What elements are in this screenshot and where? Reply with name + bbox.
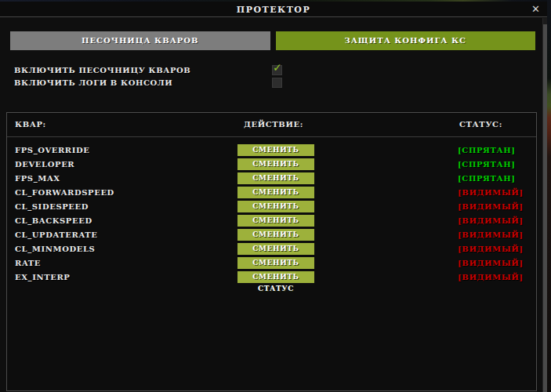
change-status-button[interactable]: СМЕНИТЬ СТАТУС bbox=[237, 243, 314, 255]
status-badge: [ВИДИМЫЙ] bbox=[458, 202, 524, 211]
cvar-name: CL_UPDATERATE bbox=[15, 230, 98, 239]
cvar-name: CL_FORWARDSPEED bbox=[15, 188, 114, 197]
protector-window: ПРОТЕКТОР ✕ ПЕСОЧНИЦА КВАРОВ ЗАЩИТА КОНФ… bbox=[0, 2, 547, 392]
table-body: FPS_OVERRIDEСМЕНИТЬ СТАТУС[СПРЯТАН]DEVEL… bbox=[7, 137, 536, 285]
table-row: CL_FORWARDSPEEDСМЕНИТЬ СТАТУС[ВИДИМЫЙ] bbox=[7, 186, 536, 200]
status-badge: [ВИДИМЫЙ] bbox=[458, 188, 524, 197]
change-status-button[interactable]: СМЕНИТЬ СТАТУС bbox=[237, 187, 314, 198]
table-row: CL_UPDATERATEСМЕНИТЬ СТАТУС[ВИДИМЫЙ] bbox=[7, 228, 536, 242]
table-row: DEVELOPERСМЕНИТЬ СТАТУС[СПРЯТАН] bbox=[7, 158, 536, 172]
status-badge: [ВИДИМЫЙ] bbox=[458, 259, 524, 267]
tab-config-protection[interactable]: ЗАЩИТА КОНФИГА КС bbox=[276, 31, 536, 50]
change-status-button[interactable]: СМЕНИТЬ СТАТУС bbox=[237, 215, 314, 227]
titlebar: ПРОТЕКТОР ✕ bbox=[0, 2, 547, 17]
cvar-name: CL_BACKSPEED bbox=[15, 216, 92, 225]
status-badge: [СПРЯТАН] bbox=[458, 160, 516, 169]
close-icon[interactable]: ✕ bbox=[531, 3, 540, 16]
cvar-name: RATE bbox=[15, 259, 41, 267]
status-badge: [ВИДИМЫЙ] bbox=[458, 216, 524, 225]
status-badge: [СПРЯТАН] bbox=[458, 146, 516, 154]
status-badge: [СПРЯТАН] bbox=[458, 174, 516, 183]
change-status-button[interactable]: СМЕНИТЬ СТАТУС bbox=[237, 257, 314, 269]
cvar-table: КВАР: ДЕЙСТВИЕ: СТАТУС: FPS_OVERRIDEСМЕН… bbox=[6, 112, 537, 391]
checkbox-unchecked[interactable] bbox=[272, 78, 282, 88]
table-row: FPS_OVERRIDEСМЕНИТЬ СТАТУС[СПРЯТАН] bbox=[7, 143, 536, 158]
change-status-button[interactable]: СМЕНИТЬ СТАТУС bbox=[237, 229, 314, 241]
tab-cvar-sandbox[interactable]: ПЕСОЧНИЦА КВАРОВ bbox=[10, 31, 270, 50]
table-row: CL_SIDESPEEDСМЕНИТЬ СТАТУС[ВИДИМЫЙ] bbox=[7, 200, 536, 214]
cvar-name: FPS_OVERRIDE bbox=[15, 146, 90, 154]
options-section: ВКЛЮЧИТЬ ПЕСОЧНИЦУ КВАРОВ✓ВКЛЮЧИТЬ ЛОГИ … bbox=[0, 65, 542, 90]
scrollbar[interactable] bbox=[542, 18, 547, 392]
tab-bar: ПЕСОЧНИЦА КВАРОВ ЗАЩИТА КОНФИГА КС bbox=[10, 31, 535, 50]
table-row: FPS_MAXСМЕНИТЬ СТАТУС[СПРЯТАН] bbox=[7, 172, 536, 186]
cvar-name: EX_INTERP bbox=[15, 273, 71, 281]
option-label: ВКЛЮЧИТЬ ЛОГИ В КОНСОЛИ bbox=[14, 78, 172, 87]
cvar-name: CL_SIDESPEED bbox=[15, 202, 89, 211]
change-status-button[interactable]: СМЕНИТЬ СТАТУС bbox=[237, 201, 314, 212]
header-action: ДЕЙСТВИЕ: bbox=[244, 120, 303, 129]
change-status-button[interactable]: СМЕНИТЬ СТАТУС bbox=[237, 172, 314, 184]
option-row: ВКЛЮЧИТЬ ЛОГИ В КОНСОЛИ bbox=[0, 78, 542, 90]
table-header: КВАР: ДЕЙСТВИЕ: СТАТУС: bbox=[7, 113, 536, 137]
table-row: EX_INTERPСМЕНИТЬ СТАТУС[ВИДИМЫЙ] bbox=[7, 270, 536, 285]
cvar-name: CL_MINMODELS bbox=[15, 245, 95, 253]
option-row: ВКЛЮЧИТЬ ПЕСОЧНИЦУ КВАРОВ✓ bbox=[0, 65, 542, 78]
checkmark-icon: ✓ bbox=[273, 61, 282, 74]
change-status-button[interactable]: СМЕНИТЬ СТАТУС bbox=[237, 271, 314, 283]
header-cvar: КВАР: bbox=[15, 120, 46, 129]
table-row: CL_BACKSPEEDСМЕНИТЬ СТАТУС[ВИДИМЫЙ] bbox=[7, 214, 536, 228]
status-badge: [ВИДИМЫЙ] bbox=[458, 230, 524, 239]
cvar-name: DEVELOPER bbox=[15, 160, 74, 169]
status-badge: [ВИДИМЫЙ] bbox=[458, 245, 524, 253]
header-status: СТАТУС: bbox=[459, 120, 502, 129]
change-status-button[interactable]: СМЕНИТЬ СТАТУС bbox=[237, 158, 314, 170]
scrollbar-thumb[interactable] bbox=[543, 24, 547, 392]
checkbox-checked[interactable]: ✓ bbox=[272, 65, 282, 75]
change-status-button[interactable]: СМЕНИТЬ СТАТУС bbox=[237, 144, 314, 156]
table-row: CL_MINMODELSСМЕНИТЬ СТАТУС[ВИДИМЫЙ] bbox=[7, 242, 536, 256]
window-title: ПРОТЕКТОР bbox=[0, 5, 547, 15]
game-background-right bbox=[547, 0, 551, 392]
status-badge: [ВИДИМЫЙ] bbox=[458, 273, 524, 281]
cvar-name: FPS_MAX bbox=[15, 174, 60, 183]
table-row: RATEСМЕНИТЬ СТАТУС[ВИДИМЫЙ] bbox=[7, 256, 536, 270]
option-label: ВКЛЮЧИТЬ ПЕСОЧНИЦУ КВАРОВ bbox=[14, 66, 190, 74]
